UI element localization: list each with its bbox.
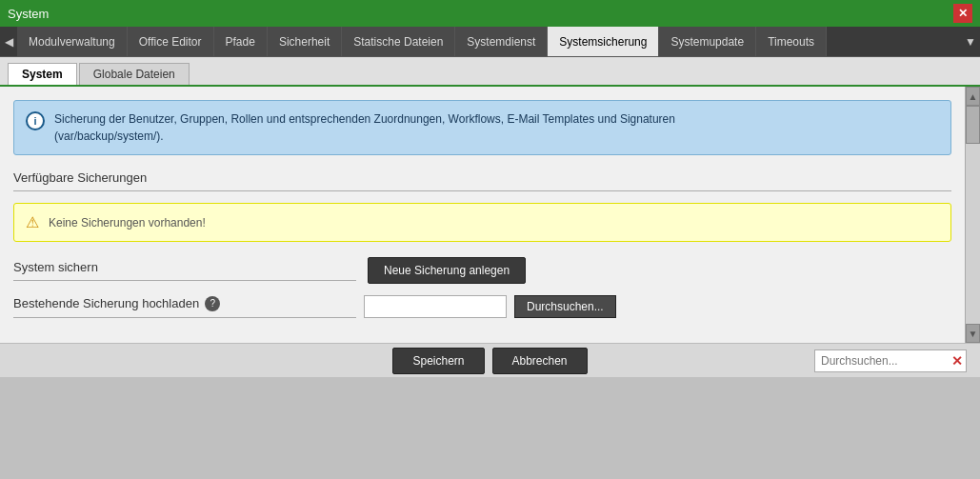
title-bar: System ✕ — [0, 0, 980, 27]
neue-sicherung-button[interactable]: Neue Sicherung anlegen — [368, 257, 526, 284]
tab-pfade[interactable]: Pfade — [214, 27, 268, 56]
search-box: ✕ — [814, 349, 967, 372]
sub-tab-system[interactable]: System — [8, 63, 77, 85]
tab-more-button[interactable]: ▼ — [961, 27, 980, 56]
system-sichern-row: System sichern Neue Sicherung anlegen — [13, 257, 951, 284]
tab-timeouts[interactable]: Timeouts — [756, 27, 827, 56]
info-box: i Sicherung der Benutzer, Gruppen, Rolle… — [13, 100, 951, 155]
help-icon[interactable]: ? — [205, 296, 220, 311]
content-panel: i Sicherung der Benutzer, Gruppen, Rolle… — [0, 87, 965, 343]
system-sichern-label: System sichern — [13, 260, 356, 281]
content-inner: i Sicherung der Benutzer, Gruppen, Rolle… — [0, 87, 965, 343]
upload-file-input[interactable] — [364, 295, 507, 318]
tab-systemsicherung[interactable]: Systemsicherung — [548, 27, 659, 56]
content-wrapper: i Sicherung der Benutzer, Gruppen, Rolle… — [0, 87, 980, 343]
bestehende-sicherung-label: Bestehende Sicherung hochladen ? — [13, 296, 356, 318]
sub-tab-globale-dateien[interactable]: Globale Dateien — [79, 63, 190, 85]
info-icon: i — [26, 111, 45, 130]
search-input[interactable] — [814, 349, 967, 372]
verfuegbare-sicherungen-header: Verfügbare Sicherungen — [13, 170, 951, 191]
tab-statische-dateien[interactable]: Statische Dateien — [342, 27, 455, 56]
bottom-bar: Speichern Abbrechen ✕ — [0, 343, 980, 377]
sub-tab-bar: System Globale Dateien — [0, 57, 980, 87]
tab-systemdienst[interactable]: Systemdienst — [455, 27, 548, 56]
search-clear-button[interactable]: ✕ — [951, 353, 963, 369]
cancel-button[interactable]: Abbrechen — [492, 348, 588, 374]
info-text: Sicherung der Benutzer, Gruppen, Rollen … — [54, 110, 675, 145]
durchsuchen-button[interactable]: Durchsuchen... — [514, 295, 616, 318]
warning-text: Keine Sicherungen vorhanden! — [49, 216, 206, 230]
tab-nav-left[interactable]: ◀ — [0, 27, 17, 56]
warning-icon: ⚠ — [26, 213, 39, 231]
bestehende-sicherung-row: Bestehende Sicherung hochladen ? Durchsu… — [13, 295, 951, 318]
window-title: System — [8, 7, 49, 21]
tab-bar: ◀ Modulverwaltung Office Editor Pfade Si… — [0, 27, 980, 57]
tab-systemupdate[interactable]: Systemupdate — [659, 27, 756, 56]
tab-office-editor[interactable]: Office Editor — [128, 27, 214, 56]
tab-sicherheit[interactable]: Sicherheit — [268, 27, 342, 56]
warning-box: ⚠ Keine Sicherungen vorhanden! — [13, 203, 951, 242]
tab-modulverwaltung[interactable]: Modulverwaltung — [17, 27, 128, 56]
close-button[interactable]: ✕ — [953, 4, 972, 23]
scrollbar[interactable]: ▲ ▼ — [965, 87, 980, 343]
save-button[interactable]: Speichern — [392, 348, 484, 374]
